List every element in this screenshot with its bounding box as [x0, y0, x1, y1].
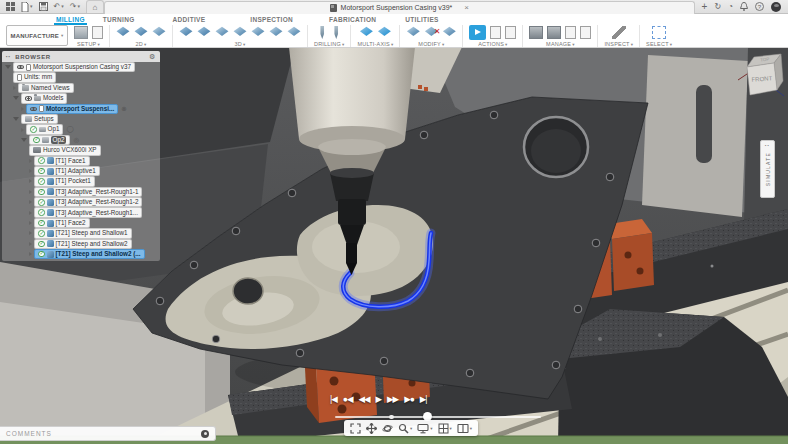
simulate-panel-collapsed[interactable]: ▪▪ SIMULATE: [760, 140, 775, 198]
trim-toolpath-icon[interactable]: [406, 26, 420, 39]
setup-sheet-icon[interactable]: [505, 26, 516, 39]
simulate-icon[interactable]: [469, 25, 486, 40]
arrow-icon[interactable]: [29, 242, 32, 246]
tab-milling[interactable]: MILLING: [54, 14, 87, 25]
go-to-end-button[interactable]: ▶|: [420, 395, 427, 404]
browser-row-t21-steep-and-shallow2[interactable]: [T21] Steep and Shallow2 (...: [2, 249, 160, 259]
user-avatar[interactable]: [771, 2, 781, 12]
viewports-icon[interactable]: ▾: [457, 423, 472, 434]
group-label-drilling[interactable]: DRILLING▾: [314, 41, 344, 47]
redo-icon[interactable]: ↷▾: [70, 3, 80, 11]
2d-pocket-icon[interactable]: [134, 26, 148, 39]
clear-toolpath-icon[interactable]: [580, 26, 591, 39]
check-icon[interactable]: [30, 126, 37, 133]
notifications-bell-icon[interactable]: [740, 2, 748, 11]
group-label-inspect[interactable]: INSPECT▾: [604, 41, 633, 47]
browser-row-units-mm[interactable]: Units: mm: [2, 72, 160, 82]
simulate-panel-handle[interactable]: ▪▪: [765, 144, 770, 148]
swarf-icon[interactable]: [359, 26, 373, 39]
check-icon[interactable]: [38, 157, 45, 164]
group-label-select[interactable]: SELECT▾: [646, 41, 672, 47]
group-label-3d[interactable]: 3D▾: [235, 41, 246, 47]
step-back-button[interactable]: ◀◀: [358, 395, 369, 404]
next-operation-button[interactable]: ▶●: [404, 395, 414, 404]
2d-adaptive-icon[interactable]: [116, 26, 130, 39]
browser-row-t3-adaptive-rest-rough1-1[interactable]: [T3] Adaptive_Rest-Rough1-1: [2, 187, 160, 197]
sync-status-icon[interactable]: ↻: [714, 3, 721, 11]
zoom-icon[interactable]: ▾: [398, 423, 412, 434]
check-icon[interactable]: [38, 178, 45, 185]
delete-passes-icon[interactable]: [424, 26, 438, 39]
browser-row-op1[interactable]: Op1◯: [2, 124, 160, 134]
arrow-icon[interactable]: [13, 86, 16, 90]
viewcube-top-label[interactable]: TOP: [760, 57, 770, 63]
browser-row-trailing-icon[interactable]: ◎: [73, 137, 79, 144]
new-document-tab-icon[interactable]: +: [702, 2, 708, 12]
step-forward-button[interactable]: ▶▶: [387, 395, 398, 404]
check-icon[interactable]: [38, 220, 45, 227]
check-icon[interactable]: [38, 209, 45, 216]
data-panel-icon[interactable]: [6, 2, 15, 11]
check-icon[interactable]: [38, 241, 45, 248]
adaptive-clearing-icon[interactable]: [179, 26, 193, 39]
check-icon[interactable]: [38, 230, 45, 237]
check-icon[interactable]: [38, 168, 45, 175]
eye-icon[interactable]: [30, 107, 37, 112]
timeline-track[interactable]: [335, 416, 541, 418]
check-icon[interactable]: [38, 199, 45, 206]
view-cube[interactable]: FRONT TOP: [736, 50, 786, 108]
arrow-icon[interactable]: [29, 169, 32, 173]
group-label-2d[interactable]: 2D▾: [136, 41, 147, 47]
browser-row-t1-face2[interactable]: [T1] Face2: [2, 218, 160, 228]
tri-open-icon[interactable]: [13, 117, 19, 121]
display-settings-icon[interactable]: ▾: [417, 423, 432, 434]
orbit-icon[interactable]: [382, 423, 393, 434]
job-status-icon[interactable]: ◔: [728, 3, 733, 11]
close-document-icon[interactable]: ×: [464, 3, 469, 12]
eye-icon[interactable]: [25, 96, 32, 101]
arrow-icon[interactable]: [21, 107, 24, 111]
pocket-clearing-icon[interactable]: [197, 26, 211, 39]
browser-row-motorsport-suspension-casing-v[interactable]: Motorsport Suspension Casing v37: [2, 62, 160, 72]
fit-icon[interactable]: [350, 423, 361, 434]
circular-icon[interactable]: [331, 26, 341, 39]
undo-icon[interactable]: ↶▾: [54, 3, 64, 11]
linking-icon[interactable]: [442, 26, 456, 39]
home-tab[interactable]: ⌂: [86, 0, 104, 13]
browser-row-named-views[interactable]: Named Views: [2, 83, 160, 93]
window-select-icon[interactable]: [652, 26, 666, 39]
tri-open-icon[interactable]: [21, 138, 27, 142]
arrow-icon[interactable]: [29, 211, 32, 215]
generate-toolpath-icon[interactable]: [565, 26, 576, 39]
machine-library-icon[interactable]: [547, 26, 561, 39]
browser-row-t3-adaptive-rest-rough1-2[interactable]: [T3] Adaptive_Rest-Rough1-2: [2, 197, 160, 207]
2d-contour-icon[interactable]: [152, 26, 166, 39]
browser-row-t1-pocket1[interactable]: [T1] Pocket1: [2, 176, 160, 186]
workspace-selector[interactable]: MANUFACTURE ▾: [6, 25, 68, 46]
play-button[interactable]: ▶: [376, 395, 382, 404]
scallop-icon[interactable]: [251, 26, 265, 39]
browser-row-t21-steep-and-shallow1[interactable]: [T21] Steep and Shallow1: [2, 228, 160, 238]
measure-icon[interactable]: [612, 26, 626, 39]
new-setup-icon[interactable]: [74, 26, 88, 39]
arrow-icon[interactable]: [29, 252, 32, 256]
tri-open-icon[interactable]: [13, 96, 19, 100]
spiral-icon[interactable]: [269, 26, 283, 39]
browser-row-t3-adaptive-rest-rough1[interactable]: [T3] Adaptive_Rest-Rough1...: [2, 207, 160, 217]
multi-axis-contour-icon[interactable]: [377, 26, 391, 39]
group-label-manage[interactable]: MANAGE▾: [546, 41, 575, 47]
tab-additive[interactable]: ADDITIVE: [171, 14, 208, 25]
grid-snaps-icon[interactable]: ▾: [438, 423, 452, 434]
previous-operation-button[interactable]: ●◀: [343, 395, 353, 404]
tool-library-icon[interactable]: [529, 26, 543, 39]
browser-row-t1-face1[interactable]: [T1] Face1: [2, 156, 160, 166]
tab-turning[interactable]: TURNING: [101, 14, 137, 25]
arrow-icon[interactable]: [29, 231, 32, 235]
morphed-spiral-icon[interactable]: [287, 26, 301, 39]
group-label-modify[interactable]: MODIFY▾: [418, 41, 444, 47]
group-label-setup[interactable]: SETUP▾: [77, 41, 100, 47]
tab-utilities[interactable]: UTILITIES: [403, 14, 440, 25]
browser-dock-icon[interactable]: ▪▪: [6, 54, 11, 59]
browser-row-op2[interactable]: Op2◎: [2, 135, 160, 145]
browser-row-trailing-icon[interactable]: ◯: [66, 126, 73, 133]
